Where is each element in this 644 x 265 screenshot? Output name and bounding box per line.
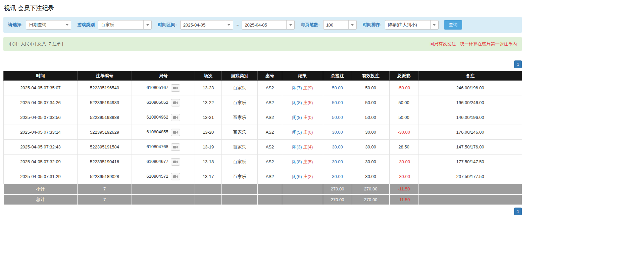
valid-bet-cell: 30.00 xyxy=(352,169,390,184)
date-to-dropdown-arrow[interactable] xyxy=(286,20,294,29)
video-icon xyxy=(173,116,178,120)
result-player: 闲(8) xyxy=(292,100,302,105)
remark-cell: 146.00/196.00 xyxy=(418,110,522,125)
grand-total-row: 总计7270.00270.00-11.50 xyxy=(4,194,522,205)
game-type-cell: 百家乐 xyxy=(222,169,258,184)
footer-empty-cell xyxy=(282,194,323,205)
select-type-dropdown[interactable]: 日期查询 xyxy=(26,20,71,30)
sort-order-value: 降幂(由大到小) xyxy=(385,20,430,29)
payout-cell: 50.00 xyxy=(390,110,418,125)
game-type-value: 百家乐 xyxy=(98,20,143,29)
total-bet-link[interactable]: 30.00 xyxy=(332,174,343,179)
subtotal-row: 小计7270.00270.00-11.50 xyxy=(4,184,522,194)
session-cell: 13-18 xyxy=(195,154,222,169)
date-to-value: 2025-04-05 xyxy=(242,20,286,29)
footer-total-bet-cell: 270.00 xyxy=(323,194,352,205)
table-row: 2025-04-05 07:32:09 522395190416 6108046… xyxy=(4,154,522,169)
time-cell: 2025-04-05 07:34:26 xyxy=(4,95,78,110)
round-id: 610805167 xyxy=(146,85,168,90)
result-cell: 闲(7)庄(9) xyxy=(282,81,323,95)
remark-cell: 147.50/176.00 xyxy=(418,140,522,154)
result-cell: 闲(3)庄(4) xyxy=(282,140,323,154)
select-type-dropdown-arrow[interactable] xyxy=(63,20,71,29)
footer-empty-cell xyxy=(418,194,522,205)
valid-bet-cell: 30.00 xyxy=(352,125,390,140)
video-replay-button[interactable] xyxy=(171,114,180,121)
sort-order-dropdown[interactable]: 降幂(由大到小) xyxy=(385,20,439,30)
column-header: 游戏类别 xyxy=(222,71,258,81)
remark-cell: 246.00/196.00 xyxy=(418,81,522,95)
table-number-cell: AS2 xyxy=(258,125,282,140)
result-banker: 庄(5) xyxy=(303,100,313,105)
total-bet-link[interactable]: 50.00 xyxy=(332,85,343,90)
page-1-button[interactable]: 1 xyxy=(514,208,522,215)
time-cell: 2025-04-05 07:32:09 xyxy=(4,154,78,169)
result-cell: 闲(8)庄(5) xyxy=(282,154,323,169)
total-bet-link[interactable]: 30.00 xyxy=(332,130,343,135)
total-bet-link[interactable]: 30.00 xyxy=(332,159,343,164)
footer-empty-cell xyxy=(195,184,222,194)
video-replay-button[interactable] xyxy=(171,99,180,106)
table-row: 2025-04-05 07:31:29 522395189028 6108045… xyxy=(4,169,522,184)
result-cell: 闲(8)庄(5) xyxy=(282,95,323,110)
video-replay-button[interactable] xyxy=(171,158,180,166)
chevron-down-icon xyxy=(146,24,149,26)
round-id-cell: 610805052 xyxy=(132,95,195,110)
filter-bar: 请选择: 日期查询 游戏类别 百家乐 时间区间: 2025-04-05 ~ 20… xyxy=(3,17,522,33)
page-size-dropdown[interactable]: 100 xyxy=(323,20,357,30)
payout-cell: -30.00 xyxy=(390,125,418,140)
page-1-button[interactable]: 1 xyxy=(514,60,522,68)
query-button[interactable]: 查询 xyxy=(444,20,462,30)
total-bet-link[interactable]: 50.00 xyxy=(332,115,343,120)
time-range-label: 时间区间: xyxy=(158,22,177,28)
video-replay-button[interactable] xyxy=(171,173,180,180)
footer-empty-cell xyxy=(195,194,222,205)
game-type-cell: 百家乐 xyxy=(222,154,258,169)
game-type-dropdown[interactable]: 百家乐 xyxy=(98,20,152,30)
result-player: 闲(5) xyxy=(292,130,302,135)
result-banker: 庄(0) xyxy=(303,115,313,120)
table-row: 2025-04-05 07:34:26 522395194983 6108050… xyxy=(4,95,522,110)
footer-valid-bet-cell: 270.00 xyxy=(352,194,390,205)
column-header: 总派彩 xyxy=(390,71,418,81)
chevron-down-icon xyxy=(289,24,292,26)
result-player: 闲(6) xyxy=(292,174,302,179)
sort-order-dropdown-arrow[interactable] xyxy=(430,20,438,29)
footer-empty-cell xyxy=(418,184,522,194)
column-header: 有效投注 xyxy=(352,71,390,81)
bet-id-cell: 522395192629 xyxy=(78,125,132,140)
table-number-cell: AS2 xyxy=(258,110,282,125)
session-cell: 13-17 xyxy=(195,169,222,184)
time-cell: 2025-04-05 07:31:29 xyxy=(4,169,78,184)
column-header: 时间 xyxy=(4,71,78,81)
total-bet-link[interactable]: 30.00 xyxy=(332,144,343,149)
date-from-dropdown-arrow[interactable] xyxy=(225,20,233,29)
date-range-separator: ~ xyxy=(236,23,239,28)
round-id-cell: 610804768 xyxy=(132,140,195,154)
bet-id-cell: 522395189028 xyxy=(78,169,132,184)
session-cell: 13-22 xyxy=(195,95,222,110)
remark-cell: 176.00/146.00 xyxy=(418,125,522,140)
page-size-dropdown-arrow[interactable] xyxy=(348,20,356,29)
video-replay-button[interactable] xyxy=(171,129,180,136)
remark-cell: 196.00/246.00 xyxy=(418,95,522,110)
total-bet-link[interactable]: 50.00 xyxy=(332,100,343,105)
table-body: 2025-04-05 07:35:07 522395196540 6108051… xyxy=(4,81,522,184)
bet-id-cell: 522395191584 xyxy=(78,140,132,154)
table-row: 2025-04-05 07:32:43 522395191584 6108047… xyxy=(4,140,522,154)
date-from-dropdown[interactable]: 2025-04-05 xyxy=(180,20,233,30)
bet-records-table: 时间注单编号局号场次游戏类别桌号结果总投注有效投注总派彩备注 2025-04-0… xyxy=(3,71,522,205)
video-replay-button[interactable] xyxy=(171,143,180,151)
round-id-cell: 610804855 xyxy=(132,125,195,140)
bet-id-cell: 522395190416 xyxy=(78,154,132,169)
session-cell: 13-23 xyxy=(195,81,222,95)
game-type-dropdown-arrow[interactable] xyxy=(143,20,151,29)
summary-notice: 同局有效投注，统一计算在该局第一张注单内 xyxy=(430,41,517,47)
table-footer: 小计7270.00270.00-11.50总计7270.00270.00-11.… xyxy=(4,184,522,205)
chevron-down-icon xyxy=(228,24,230,26)
chevron-down-icon xyxy=(433,24,436,26)
video-replay-button[interactable] xyxy=(171,84,180,92)
footer-count-cell: 7 xyxy=(78,194,132,205)
round-id-cell: 610804962 xyxy=(132,110,195,125)
date-to-dropdown[interactable]: 2025-04-05 xyxy=(242,20,295,30)
